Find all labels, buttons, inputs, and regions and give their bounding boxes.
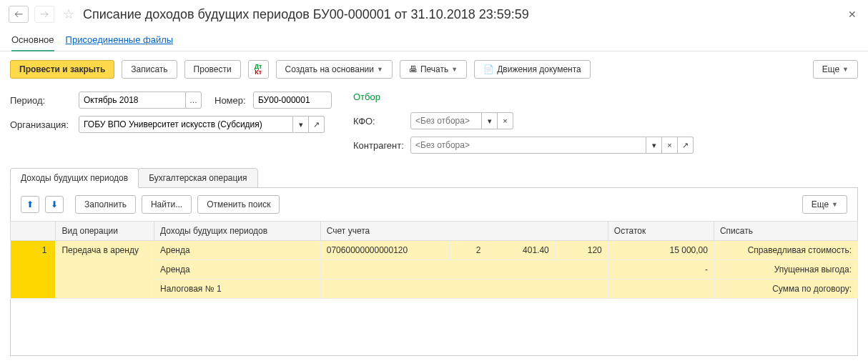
cell-acc1[interactable]: 07060000000000120 (320, 241, 449, 260)
post-and-close-button[interactable]: Провести и закрыть (10, 60, 114, 79)
cancel-search-button[interactable]: Отменить поиск (197, 195, 280, 214)
kfo-dropdown-button[interactable]: ▾ (482, 112, 498, 129)
cell-balance[interactable]: 15 000,00 (608, 241, 714, 260)
cell-income[interactable]: Налоговая № 1 (154, 280, 321, 299)
fill-button[interactable]: Заполнить (75, 195, 136, 214)
cell-acc2[interactable]: 2 (449, 241, 487, 260)
back-button[interactable]: 🡠 (9, 6, 29, 23)
col-account[interactable]: Счет учета (320, 222, 608, 241)
subtab-accounting[interactable]: Бухгалтерская операция (138, 168, 257, 188)
contr-input[interactable] (410, 137, 646, 154)
row-number: 1 (11, 241, 56, 299)
org-open-button[interactable]: ↗ (309, 116, 325, 133)
col-balance[interactable]: Остаток (608, 222, 714, 241)
chevron-down-icon: ▼ (842, 66, 849, 73)
period-select-button[interactable]: … (186, 92, 202, 109)
close-icon[interactable]: ✕ (845, 6, 859, 23)
cell-dash[interactable]: - (608, 260, 714, 280)
cell-income[interactable]: Аренда (154, 260, 321, 280)
cell-income[interactable]: Аренда (154, 241, 321, 260)
cell-writeoff[interactable]: Упущенная выгода: (714, 260, 857, 280)
chevron-down-icon: ▼ (451, 66, 458, 73)
dtkt-icon: ДтКт (255, 64, 262, 75)
print-button[interactable]: 🖶 Печать ▼ (400, 60, 467, 79)
contr-open-button[interactable]: ↗ (678, 137, 694, 154)
post-button[interactable]: Провести (184, 60, 241, 79)
more-button[interactable]: Еще ▼ (813, 60, 858, 79)
cell-writeoff[interactable]: Сумма по договору: (714, 280, 857, 299)
table-more-button[interactable]: Еще ▼ (802, 195, 847, 214)
contr-label: Контрагент: (353, 140, 405, 151)
dtkt-button[interactable]: ДтКт (248, 60, 269, 79)
move-down-button[interactable]: ⬇ (45, 196, 64, 213)
kfo-clear-button[interactable]: × (498, 112, 513, 129)
number-label: Номер: (214, 95, 247, 106)
org-label: Организация: (10, 119, 73, 130)
col-writeoff[interactable]: Списать (714, 222, 857, 241)
create-based-button[interactable]: Создать на основании ▼ (276, 60, 393, 79)
forward-button[interactable]: 🡢 (34, 6, 54, 23)
document-icon: 📄 (483, 64, 494, 74)
col-op-type[interactable]: Вид операции (56, 222, 154, 241)
table-row[interactable]: 1 Передача в аренду Аренда 0706000000000… (11, 241, 858, 260)
find-button[interactable]: Найти... (142, 195, 192, 214)
period-label: Период: (10, 95, 73, 106)
col-incomes[interactable]: Доходы будущих периодов (154, 222, 321, 241)
org-input[interactable] (79, 116, 293, 133)
movements-button[interactable]: 📄 Движения документа (474, 60, 591, 79)
cell-acc4[interactable]: 120 (555, 241, 608, 260)
cell-acc3[interactable]: 401.40 (487, 241, 555, 260)
tab-attached-files[interactable]: Присоединенные файлы (66, 34, 174, 45)
printer-icon: 🖶 (409, 64, 418, 74)
kfo-label: КФО: (353, 116, 405, 127)
page-title: Списание доходов будущих периодов БУ00-0… (83, 7, 529, 22)
filter-section-title: Отбор (353, 92, 694, 102)
period-input[interactable] (79, 92, 186, 109)
cell-op-type[interactable]: Передача в аренду (56, 241, 154, 299)
contr-clear-button[interactable]: × (662, 137, 678, 154)
favorite-icon[interactable]: ☆ (63, 6, 74, 22)
data-grid[interactable]: Вид операции Доходы будущих периодов Сче… (10, 221, 858, 299)
kfo-input[interactable] (410, 112, 482, 129)
chevron-down-icon: ▼ (832, 201, 838, 208)
move-up-button[interactable]: ⬆ (21, 196, 39, 213)
tab-main[interactable]: Основное (11, 34, 54, 51)
number-input[interactable] (253, 92, 332, 109)
contr-dropdown-button[interactable]: ▾ (646, 137, 662, 154)
save-button[interactable]: Записать (122, 60, 177, 79)
org-dropdown-button[interactable]: ▾ (293, 116, 309, 133)
chevron-down-icon: ▼ (377, 66, 383, 73)
subtab-incomes[interactable]: Доходы будущих периодов (10, 168, 139, 188)
cell-writeoff[interactable]: Справедливая стоимость: (714, 241, 857, 260)
